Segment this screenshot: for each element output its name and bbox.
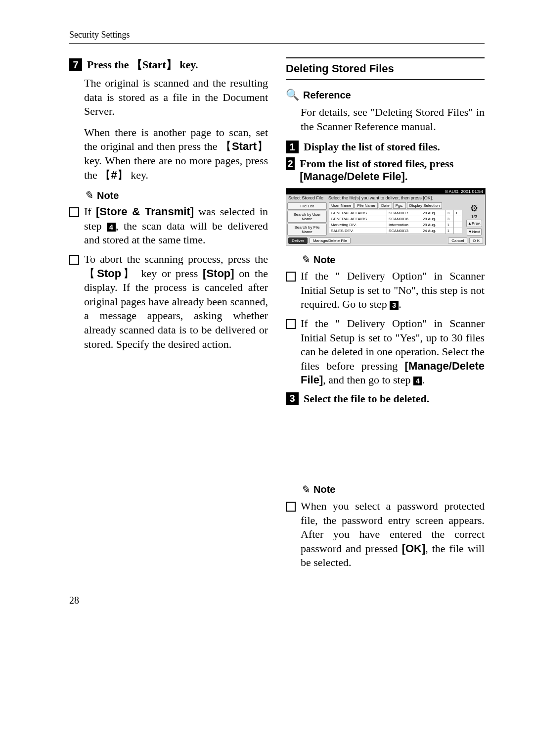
note-password: When you select a password protected fil… [286,499,485,570]
scr-right-panel: User Name File Name Date Pgs. Display Se… [328,201,463,236]
step-7-text: Press the 【Start】 key. [87,57,198,72]
step-1-text: Display the list of stored files. [304,141,440,153]
next-button[interactable]: ▼Next [467,228,482,236]
note-heading-right: ✎ Note [301,253,485,266]
page-header: Security Settings [69,30,485,44]
note-heading-right-2: ✎ Note [301,483,485,496]
step-ref-4: 4 [107,223,116,232]
search-user-name-button[interactable]: Search by User Name [287,211,327,223]
li1a: If [84,205,96,218]
page-number: 28 [69,595,485,606]
note-item-1: If [Store & Transmit] was selected in st… [69,205,268,247]
step-3-text: Select the file to be deleted. [304,392,429,405]
bullet-icon [69,207,79,217]
note-option-2: If the " Delivery Option" in Scanner Ini… [286,317,485,387]
opt2b: , and then go to step [323,374,413,386]
li2a: To abort the scanning process, press the [84,253,268,265]
note-option-1: If the " Delivery Option" in Scanner Ini… [286,269,485,312]
hash-key: # [100,169,128,181]
note-heading-left: ✎ Note [84,189,268,202]
file-list-button[interactable]: File List [287,202,327,210]
tools-icon: ⚙ [470,203,478,214]
scr-left-panel: File List Search by User Name Search by … [286,201,328,236]
tab-pages[interactable]: Pgs. [393,202,406,209]
ok-button[interactable]: O K [469,237,483,244]
pencil-icon: ✎ [84,189,93,202]
step-badge-3: 3 [286,392,299,405]
scr-header-right: Select the file(s) you want to deliver, … [328,195,433,200]
step-1: 1 Display the list of stored files. [286,141,485,153]
table-row[interactable]: GENERAL AFFAIRSSCAN001628 Aug.3 [329,216,462,222]
bullet-icon [286,502,296,512]
scr-header-left: Select Stored File [288,195,323,200]
step-2-text: From the list of stored files, press [Ma… [300,157,485,183]
step-ref-3: 3 [390,301,399,310]
right-column: Deleting Stored Files 🔍 Reference For de… [286,55,485,575]
store-transmit-bold: [Store & Transmit] [96,205,194,218]
stop-key: Stop [84,267,136,280]
start-key: Start [221,140,268,152]
manage-delete-file-button[interactable]: Manage/Delete File [310,237,351,244]
tab-file-name[interactable]: File Name [355,202,377,209]
note-item-2: To abort the scanning process, press the… [69,252,268,351]
left-column: 7 Press the 【Start】 key. The original is… [69,55,268,575]
step-badge-7: 7 [69,58,82,71]
li2b: key or press [136,267,203,280]
table-row[interactable]: GENERAL AFFAIRSSCAN001728 Aug.31 [329,210,462,216]
bullet-icon [69,255,79,265]
step-2: 2 From the list of stored files, press [… [286,157,485,183]
deleting-stored-files-heading: Deleting Stored Files [286,62,394,75]
note-label-right: Note [313,254,335,266]
pencil-icon: ✎ [301,253,310,266]
step-badge-1: 1 [286,141,299,153]
pencil-icon: ✎ [301,483,310,496]
scr-datetime: 8 AUG. 2001 01:54 [286,189,485,194]
magnifier-icon: 🔍 [286,89,299,101]
manage-delete-bold: [Manage/Delete File] [300,170,405,183]
step-badge-2: 2 [286,157,295,170]
note-label-right-2: Note [313,484,335,495]
cancel-button[interactable]: Cancel [448,237,467,244]
scr-right-side: ⚙ 1/3 ▲Prev. ▼Next [463,201,485,236]
step2a: From the list of stored files, press [300,157,453,170]
note-label-left: Note [97,190,119,201]
step-ref-4b: 4 [413,377,422,385]
ok-bold: [OK] [402,542,426,555]
step2b: . [405,170,408,183]
reference-heading: 🔍 Reference [286,89,485,101]
opt1b: . [399,298,401,310]
reference-label: Reference [303,90,351,101]
scr-header: Select Stored File Select the file(s) yo… [286,194,485,201]
tab-user-name[interactable]: User Name [329,202,354,209]
tab-display-selection[interactable]: Display Selection [407,202,442,209]
prev-button[interactable]: ▲Prev. [466,220,482,227]
pager-label: 1/3 [471,214,478,219]
bullet-icon [286,272,296,282]
table-row[interactable]: Marketing DIV.Information28 Aug.1 [329,222,462,228]
step-3: 3 Select the file to be deleted. [286,392,485,405]
tab-date[interactable]: Date [379,202,392,209]
reference-text: For details, see "Deleting Stored Files"… [301,105,485,134]
p2c: key. [128,169,148,181]
stored-file-screenshot: 8 AUG. 2001 01:54 Select Stored File Sel… [286,188,486,245]
search-file-name-button[interactable]: Search by File Name [287,224,327,236]
p1: The original is scanned and the resultin… [84,76,268,119]
deliver-button[interactable]: Deliver [288,237,308,244]
file-table: GENERAL AFFAIRSSCAN001728 Aug.31 GENERAL… [329,210,462,234]
p2: When there is another page to scan, set … [84,126,268,182]
stop-bold: [Stop] [203,267,234,280]
bullet-icon [286,319,296,329]
table-row[interactable]: SALES DEV.SCAN001324 Aug.1 [329,228,462,234]
opt2c: . [422,374,425,386]
section-heading-wrap: Deleting Stored Files [286,57,485,80]
step-7: 7 Press the 【Start】 key. [69,57,268,72]
